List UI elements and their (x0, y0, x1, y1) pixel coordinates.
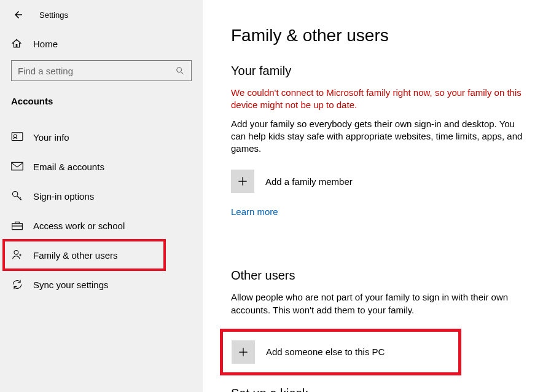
home-link[interactable]: Home (0, 32, 203, 55)
window-title: Settings (39, 10, 68, 20)
nav-label: Access work or school (33, 221, 125, 231)
your-family-heading: Your family (231, 64, 529, 78)
sidebar: Settings Home Accounts Your info Email & (0, 0, 203, 392)
family-icon (11, 249, 23, 261)
svg-point-7 (14, 251, 18, 255)
nav-item-sync[interactable]: Sync your settings (0, 270, 203, 299)
nav-label: Family & other users (33, 250, 118, 261)
learn-more-link[interactable]: Learn more (231, 206, 278, 217)
nav-label: Sign-in options (33, 191, 94, 202)
nav-item-signin[interactable]: Sign-in options (0, 181, 203, 211)
plus-icon (232, 340, 255, 364)
search-container (0, 55, 203, 81)
search-icon (175, 66, 186, 76)
svg-point-5 (13, 192, 18, 197)
home-label: Home (33, 39, 58, 49)
nav-item-family[interactable]: Family & other users (0, 240, 203, 270)
nav-item-email[interactable]: Email & accounts (0, 152, 203, 181)
page-title: Family & other users (231, 26, 529, 45)
envelope-icon (11, 162, 23, 171)
back-button[interactable] (12, 9, 25, 21)
annotation-highlight: Add someone else to this PC (220, 329, 461, 375)
arrow-left-icon (13, 9, 24, 20)
family-error-text: We couldn't connect to Microsoft family … (231, 87, 529, 112)
svg-rect-2 (12, 133, 23, 141)
key-icon (11, 190, 23, 202)
add-other-user-button[interactable]: Add someone else to this PC (232, 340, 385, 364)
nav-label: Sync your settings (33, 280, 109, 290)
search-input[interactable] (18, 66, 175, 76)
nav-list: Your info Email & accounts Sign-in optio… (0, 122, 203, 299)
family-body-text: Add your family so everybody gets their … (231, 118, 529, 155)
nav-label: Email & accounts (33, 162, 104, 172)
sidebar-group-title: Accounts (0, 81, 203, 114)
search-box[interactable] (11, 60, 192, 81)
user-card-icon (11, 132, 23, 142)
main-content: Family & other users Your family We coul… (203, 0, 543, 392)
header-row: Settings (0, 9, 203, 32)
kiosk-heading: Set up a kiosk (231, 386, 529, 392)
svg-point-0 (177, 68, 182, 73)
briefcase-icon (11, 220, 23, 231)
svg-line-1 (181, 72, 183, 74)
nav-item-work[interactable]: Access work or school (0, 211, 203, 240)
svg-rect-6 (12, 224, 23, 230)
add-family-label: Add a family member (265, 176, 353, 187)
svg-rect-4 (12, 162, 23, 170)
svg-point-3 (14, 135, 17, 138)
nav-item-your-info[interactable]: Your info (0, 122, 203, 152)
nav-label: Your info (33, 132, 69, 143)
plus-icon (231, 170, 254, 193)
add-family-member-button[interactable]: Add a family member (231, 167, 529, 195)
home-icon (11, 38, 23, 49)
sync-icon (11, 278, 23, 291)
other-users-heading: Other users (231, 269, 529, 283)
add-other-label: Add someone else to this PC (266, 347, 385, 357)
other-body-text: Allow people who are not part of your fa… (231, 291, 529, 316)
